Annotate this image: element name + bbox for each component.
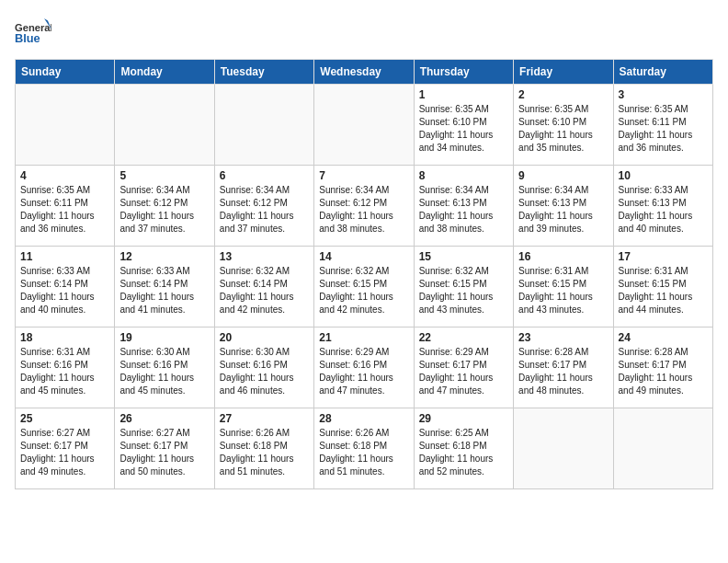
day-info: Sunrise: 6:25 AM Sunset: 6:18 PM Dayligh… <box>419 427 508 478</box>
weekday-header: Sunday <box>16 60 115 85</box>
day-number: 3 <box>619 88 708 101</box>
calendar-day-cell: 27Sunrise: 6:26 AM Sunset: 6:18 PM Dayli… <box>214 408 313 489</box>
calendar-day-cell: 24Sunrise: 6:28 AM Sunset: 6:17 PM Dayli… <box>613 327 712 408</box>
day-number: 19 <box>119 331 209 344</box>
day-number: 5 <box>119 169 209 182</box>
day-info: Sunrise: 6:32 AM Sunset: 6:14 PM Dayligh… <box>220 265 309 316</box>
calendar-day-cell <box>214 85 313 166</box>
calendar-day-cell: 23Sunrise: 6:28 AM Sunset: 6:17 PM Dayli… <box>514 327 613 408</box>
weekday-header: Tuesday <box>214 60 313 85</box>
day-number: 28 <box>319 412 408 425</box>
day-number: 21 <box>319 331 408 344</box>
weekday-header: Thursday <box>414 60 513 85</box>
svg-text:Blue: Blue <box>15 31 40 45</box>
day-info: Sunrise: 6:28 AM Sunset: 6:17 PM Dayligh… <box>518 346 608 397</box>
calendar-day-cell: 12Sunrise: 6:33 AM Sunset: 6:14 PM Dayli… <box>115 247 214 327</box>
calendar-day-cell: 22Sunrise: 6:29 AM Sunset: 6:17 PM Dayli… <box>414 327 513 408</box>
day-info: Sunrise: 6:35 AM Sunset: 6:10 PM Dayligh… <box>419 103 508 155</box>
day-number: 18 <box>20 331 109 344</box>
calendar-day-cell: 29Sunrise: 6:25 AM Sunset: 6:18 PM Dayli… <box>414 408 513 489</box>
calendar-day-cell: 11Sunrise: 6:33 AM Sunset: 6:14 PM Dayli… <box>16 247 115 327</box>
calendar-day-cell: 16Sunrise: 6:31 AM Sunset: 6:15 PM Dayli… <box>514 247 613 327</box>
calendar-day-cell <box>16 85 115 166</box>
day-info: Sunrise: 6:28 AM Sunset: 6:17 PM Dayligh… <box>619 346 708 397</box>
calendar-week-row: 1Sunrise: 6:35 AM Sunset: 6:10 PM Daylig… <box>16 85 713 166</box>
day-info: Sunrise: 6:30 AM Sunset: 6:16 PM Dayligh… <box>220 346 309 397</box>
calendar-day-cell: 13Sunrise: 6:32 AM Sunset: 6:14 PM Dayli… <box>214 247 313 327</box>
calendar-day-cell: 3Sunrise: 6:35 AM Sunset: 6:11 PM Daylig… <box>613 85 712 166</box>
logo: General Blue <box>15 15 55 52</box>
day-info: Sunrise: 6:30 AM Sunset: 6:16 PM Dayligh… <box>119 346 209 397</box>
day-number: 4 <box>20 169 109 182</box>
calendar-day-cell <box>613 408 712 489</box>
day-number: 13 <box>220 250 309 263</box>
day-info: Sunrise: 6:31 AM Sunset: 6:15 PM Dayligh… <box>619 265 708 316</box>
day-number: 27 <box>220 412 309 425</box>
day-info: Sunrise: 6:33 AM Sunset: 6:14 PM Dayligh… <box>119 265 209 316</box>
calendar-week-row: 4Sunrise: 6:35 AM Sunset: 6:11 PM Daylig… <box>16 166 713 247</box>
calendar-day-cell: 6Sunrise: 6:34 AM Sunset: 6:12 PM Daylig… <box>214 166 313 247</box>
calendar-table: SundayMondayTuesdayWednesdayThursdayFrid… <box>15 59 713 489</box>
day-number: 10 <box>619 169 708 182</box>
weekday-header: Saturday <box>613 60 712 85</box>
calendar-day-cell: 10Sunrise: 6:33 AM Sunset: 6:13 PM Dayli… <box>613 166 712 247</box>
calendar-day-cell: 20Sunrise: 6:30 AM Sunset: 6:16 PM Dayli… <box>214 327 313 408</box>
calendar-day-cell: 18Sunrise: 6:31 AM Sunset: 6:16 PM Dayli… <box>16 327 115 408</box>
calendar-day-cell: 19Sunrise: 6:30 AM Sunset: 6:16 PM Dayli… <box>115 327 214 408</box>
header: General Blue <box>15 15 713 52</box>
weekday-header: Wednesday <box>314 60 414 85</box>
calendar-day-cell <box>115 85 214 166</box>
day-number: 14 <box>319 250 408 263</box>
calendar-day-cell: 17Sunrise: 6:31 AM Sunset: 6:15 PM Dayli… <box>613 247 712 327</box>
day-number: 23 <box>518 331 608 344</box>
calendar-day-cell: 15Sunrise: 6:32 AM Sunset: 6:15 PM Dayli… <box>414 247 513 327</box>
day-number: 25 <box>20 412 109 425</box>
day-info: Sunrise: 6:34 AM Sunset: 6:13 PM Dayligh… <box>419 184 508 236</box>
day-info: Sunrise: 6:32 AM Sunset: 6:15 PM Dayligh… <box>419 265 508 316</box>
day-info: Sunrise: 6:32 AM Sunset: 6:15 PM Dayligh… <box>319 265 408 316</box>
calendar-day-cell: 14Sunrise: 6:32 AM Sunset: 6:15 PM Dayli… <box>314 247 414 327</box>
calendar-day-cell: 4Sunrise: 6:35 AM Sunset: 6:11 PM Daylig… <box>16 166 115 247</box>
day-info: Sunrise: 6:35 AM Sunset: 6:11 PM Dayligh… <box>20 184 109 236</box>
logo-svg: General Blue <box>15 15 51 52</box>
calendar-week-row: 25Sunrise: 6:27 AM Sunset: 6:17 PM Dayli… <box>16 408 713 489</box>
calendar-day-cell <box>514 408 613 489</box>
day-info: Sunrise: 6:27 AM Sunset: 6:17 PM Dayligh… <box>119 427 209 478</box>
day-number: 6 <box>220 169 309 182</box>
day-info: Sunrise: 6:26 AM Sunset: 6:18 PM Dayligh… <box>319 427 408 478</box>
weekday-header-row: SundayMondayTuesdayWednesdayThursdayFrid… <box>16 60 713 85</box>
calendar-day-cell: 7Sunrise: 6:34 AM Sunset: 6:12 PM Daylig… <box>314 166 414 247</box>
day-info: Sunrise: 6:27 AM Sunset: 6:17 PM Dayligh… <box>20 427 109 478</box>
day-info: Sunrise: 6:29 AM Sunset: 6:17 PM Dayligh… <box>419 346 508 397</box>
calendar-day-cell: 26Sunrise: 6:27 AM Sunset: 6:17 PM Dayli… <box>115 408 214 489</box>
weekday-header: Monday <box>115 60 214 85</box>
day-number: 12 <box>119 250 209 263</box>
calendar-week-row: 18Sunrise: 6:31 AM Sunset: 6:16 PM Dayli… <box>16 327 713 408</box>
day-number: 24 <box>619 331 708 344</box>
day-info: Sunrise: 6:35 AM Sunset: 6:11 PM Dayligh… <box>619 103 708 155</box>
calendar-week-row: 11Sunrise: 6:33 AM Sunset: 6:14 PM Dayli… <box>16 247 713 327</box>
day-number: 29 <box>419 412 508 425</box>
day-info: Sunrise: 6:35 AM Sunset: 6:10 PM Dayligh… <box>518 103 608 155</box>
day-info: Sunrise: 6:31 AM Sunset: 6:16 PM Dayligh… <box>20 346 109 397</box>
day-number: 9 <box>518 169 608 182</box>
day-number: 16 <box>518 250 608 263</box>
weekday-header: Friday <box>514 60 613 85</box>
day-info: Sunrise: 6:26 AM Sunset: 6:18 PM Dayligh… <box>220 427 309 478</box>
day-info: Sunrise: 6:33 AM Sunset: 6:14 PM Dayligh… <box>20 265 109 316</box>
day-info: Sunrise: 6:33 AM Sunset: 6:13 PM Dayligh… <box>619 184 708 236</box>
day-info: Sunrise: 6:34 AM Sunset: 6:12 PM Dayligh… <box>319 184 408 236</box>
day-info: Sunrise: 6:31 AM Sunset: 6:15 PM Dayligh… <box>518 265 608 316</box>
day-number: 7 <box>319 169 408 182</box>
calendar-day-cell <box>314 85 414 166</box>
calendar-day-cell: 25Sunrise: 6:27 AM Sunset: 6:17 PM Dayli… <box>16 408 115 489</box>
calendar-day-cell: 1Sunrise: 6:35 AM Sunset: 6:10 PM Daylig… <box>414 85 513 166</box>
day-info: Sunrise: 6:34 AM Sunset: 6:12 PM Dayligh… <box>220 184 309 236</box>
day-info: Sunrise: 6:29 AM Sunset: 6:16 PM Dayligh… <box>319 346 408 397</box>
calendar-day-cell: 2Sunrise: 6:35 AM Sunset: 6:10 PM Daylig… <box>514 85 613 166</box>
day-info: Sunrise: 6:34 AM Sunset: 6:12 PM Dayligh… <box>119 184 209 236</box>
day-number: 11 <box>20 250 109 263</box>
day-number: 26 <box>119 412 209 425</box>
day-number: 22 <box>419 331 508 344</box>
day-number: 2 <box>518 88 608 101</box>
